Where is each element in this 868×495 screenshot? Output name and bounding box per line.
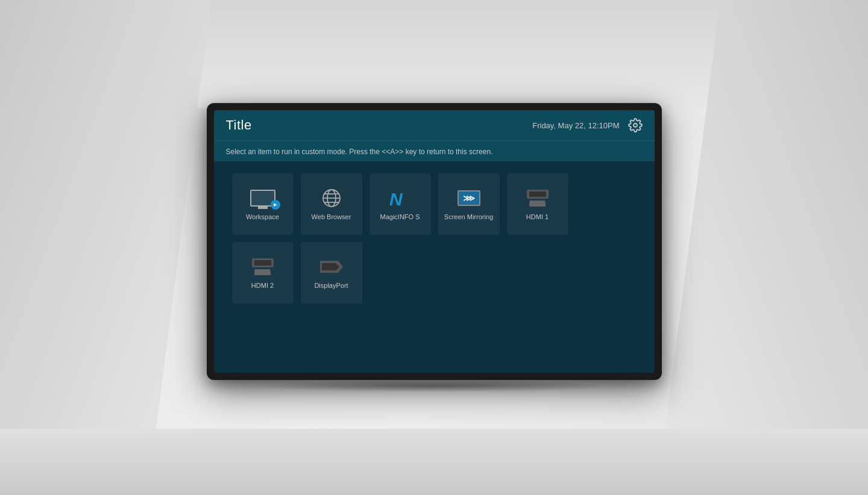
settings-icon[interactable] [628, 118, 643, 132]
screen-mirroring-label: Screen Mirroring [444, 213, 493, 220]
workspace-icon [248, 188, 278, 208]
hdmi-2-label: HDMI 2 [251, 282, 274, 289]
hdmi-port-body [527, 190, 549, 199]
app-row-1: Workspace Web [232, 173, 637, 235]
tv-title: Title [226, 117, 252, 133]
magic-icon: N [385, 188, 415, 208]
app-tile-hdmi-2[interactable]: HDMI 2 [232, 242, 294, 304]
hdmi-1-label: HDMI 1 [526, 213, 549, 220]
hdmi-2-icon [248, 257, 278, 277]
svg-text:N: N [389, 189, 403, 209]
app-tile-hdmi-1[interactable]: HDMI 1 [507, 173, 568, 235]
tv-shadow [253, 380, 615, 392]
app-tile-magicinfo[interactable]: N MagicINFO S [370, 173, 431, 235]
instruction-text: Select an item to run in custom mode. Pr… [226, 148, 493, 156]
mirror-arrow-icon: ⋙ [463, 193, 475, 203]
app-tile-displayport[interactable]: DisplayPort [301, 242, 362, 304]
tv-bezel: Title Friday, May 22, 12:10PM Select an … [207, 103, 662, 380]
globe-icon [316, 188, 347, 208]
hdmi-2-port-shape [250, 258, 276, 275]
datetime-display: Friday, May 22, 12:10PM [532, 121, 619, 130]
hdmi-2-port-body [252, 258, 274, 267]
web-browser-label: Web Browser [312, 213, 351, 220]
header-right: Friday, May 22, 12:10PM [532, 118, 642, 132]
magicinfo-label: MagicINFO S [380, 213, 420, 220]
workspace-badge [271, 200, 280, 210]
tv-header: Title Friday, May 22, 12:10PM [214, 110, 655, 140]
svg-point-0 [634, 123, 637, 127]
app-tile-workspace[interactable]: Workspace [232, 173, 294, 235]
tv-screen: Title Friday, May 22, 12:10PM Select an … [214, 110, 655, 373]
app-tile-web-browser[interactable]: Web Browser [301, 173, 362, 235]
hdmi-port-shape [524, 190, 551, 207]
hdmi-2-connector-shape [254, 269, 271, 275]
mirror-icon: ⋙ [454, 188, 484, 208]
app-row-2: HDMI 2 DisplayPort [232, 242, 637, 304]
app-tile-screen-mirroring[interactable]: ⋙ Screen Mirroring [438, 173, 500, 235]
dp-icon [316, 257, 347, 277]
mirror-screen-shape: ⋙ [458, 190, 480, 206]
tv-wrapper: Title Friday, May 22, 12:10PM Select an … [207, 103, 662, 380]
displayport-label: DisplayPort [314, 282, 348, 289]
hdmi-connector-shape [529, 201, 546, 207]
app-grid: Workspace Web [214, 161, 655, 373]
instruction-bar: Select an item to run in custom mode. Pr… [214, 140, 655, 161]
hdmi-1-icon [523, 188, 553, 208]
workspace-label: Workspace [246, 213, 279, 220]
room-floor [0, 429, 868, 495]
